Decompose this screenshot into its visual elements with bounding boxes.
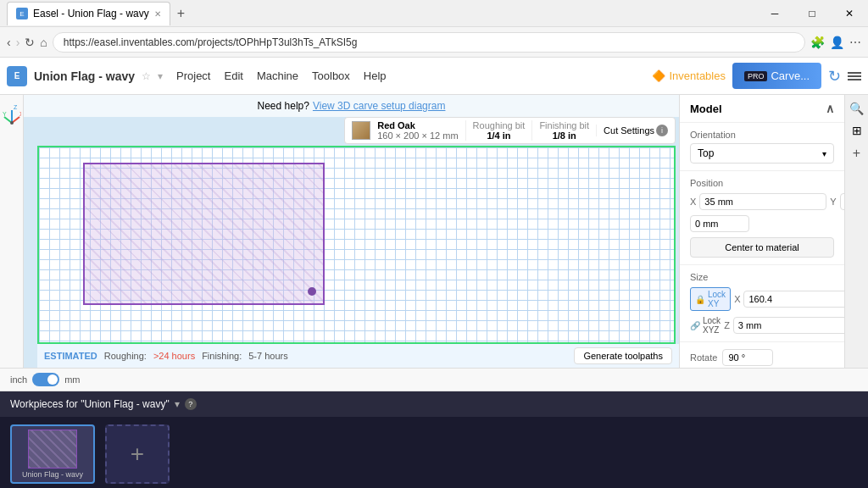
help-text: Need help? [258, 100, 309, 112]
cut-settings-info-icon: i [656, 125, 668, 136]
help-bar: Need help? View 3D carve setup diagram [24, 95, 679, 117]
cut-settings-button[interactable]: Cut Settings i [596, 125, 668, 136]
svg-point-3 [10, 121, 14, 125]
z-size-input[interactable] [733, 317, 844, 334]
workpiece-thumbnail [28, 430, 77, 469]
plus-icon[interactable]: + [853, 146, 860, 161]
forward-button[interactable]: › [16, 36, 20, 49]
minimize-button[interactable]: ─ [756, 0, 793, 27]
design-element[interactable] [83, 163, 325, 305]
position-section: Position X Y Z Center to material [680, 171, 844, 265]
title-chevron-icon[interactable]: ▾ [158, 70, 163, 82]
search-icon[interactable]: 🔍 [849, 102, 864, 115]
unit-toggle-switch[interactable] [32, 373, 59, 386]
finishing-label: Finishing: [202, 351, 242, 361]
address-bar[interactable]: https://easel.inventables.com/projects/t… [53, 32, 805, 53]
workpieces-header: Workpieces for "Union Flag - wavy" ▾ ? [0, 391, 868, 417]
material-bar: Red Oak 160 × 200 × 12 mm Roughing bit 1… [344, 117, 676, 144]
new-tab-button[interactable]: + [177, 6, 185, 21]
nav-edit[interactable]: Edit [224, 69, 242, 82]
size-section: Size 🔒 Lock XY X Y 🔗 Lock XYZ Z [680, 265, 844, 342]
panel-header: Model ∧ [680, 95, 844, 123]
rotate-section: Rotate [680, 342, 844, 368]
canvas-area: Need help? View 3D carve setup diagram R… [24, 95, 679, 368]
workpieces-dropdown-icon[interactable]: ▾ [175, 398, 180, 410]
nav-help[interactable]: Help [364, 69, 387, 82]
tab-favicon: E [16, 8, 28, 19]
nav-project[interactable]: Project [176, 69, 210, 82]
svg-text:X: X [19, 111, 21, 117]
workpieces-section: Union Flag - wavy + [0, 417, 868, 488]
profile-icon[interactable]: 👤 [830, 36, 844, 49]
x-position-input[interactable] [699, 193, 826, 210]
axis-indicator: X Y Z [3, 102, 21, 144]
generate-toolpaths-button[interactable]: Generate toolpaths [574, 347, 672, 364]
orientation-section: Orientation Top ▾ [680, 123, 844, 171]
rotate-input[interactable] [722, 349, 773, 366]
favorite-star-icon[interactable]: ☆ [142, 70, 151, 82]
menu-icon[interactable]: ⋯ [849, 36, 861, 49]
workpiece-item-1[interactable]: Union Flag - wavy [10, 424, 95, 484]
nav-menu: Project Edit Machine Toolbox Help [176, 69, 387, 82]
model-panel: Model ∧ Orientation Top ▾ Position X Y Z [679, 95, 844, 368]
z-position-input[interactable] [690, 215, 749, 232]
nav-toolbox[interactable]: Toolbox [312, 69, 350, 82]
window-controls: ─ □ ✕ [756, 0, 868, 27]
roughing-label: Roughing: [104, 351, 147, 361]
panel-collapse-button[interactable]: ∧ [826, 102, 834, 115]
center-point [308, 287, 316, 296]
inventables-logo: 🔶 Inventables [652, 69, 726, 82]
orientation-select[interactable]: Top ▾ [690, 143, 834, 164]
pro-badge: PRO [744, 71, 768, 81]
material-swatch [352, 121, 370, 140]
workpieces-help-icon[interactable]: ? [185, 398, 197, 410]
close-button[interactable]: ✕ [831, 0, 868, 27]
lock-xyz-icon: 🔗 [690, 321, 700, 330]
finishing-value: 5-7 hours [248, 351, 287, 361]
nav-machine[interactable]: Machine [257, 69, 298, 82]
roughing-value: >24 hours [153, 351, 195, 361]
far-right-sidebar: 🔍 ⊞ + [844, 95, 868, 368]
extensions-icon[interactable]: 🧩 [810, 36, 825, 49]
unit-toggle-group: inch mm [10, 373, 81, 386]
grid-canvas[interactable] [37, 146, 676, 344]
app-logo: E [7, 66, 27, 86]
mm-label: mm [64, 374, 80, 385]
x-size-input[interactable] [743, 291, 844, 308]
tab-close-icon[interactable]: ✕ [154, 9, 161, 19]
back-button[interactable]: ‹ [7, 36, 11, 49]
lock-icon: 🔒 [695, 295, 705, 304]
svg-text:Y: Y [3, 111, 7, 117]
center-to-material-button[interactable]: Center to material [690, 237, 834, 258]
inch-label: inch [10, 374, 27, 385]
svg-text:Z: Z [14, 104, 18, 110]
estimate-bar: ESTIMATED Roughing: >24 hours Finishing:… [37, 344, 679, 368]
workpieces-label: Workpieces for "Union Flag - wavy" [10, 398, 170, 410]
carve-button[interactable]: PRO Carve... [732, 63, 821, 89]
add-workpiece-button[interactable]: + [105, 424, 170, 484]
tab-title: Easel - Union Flag - wavy [33, 8, 149, 19]
view-diagram-link[interactable]: View 3D carve setup diagram [313, 100, 446, 112]
reload-button[interactable]: ↻ [25, 36, 35, 49]
refresh-icon[interactable]: ↻ [828, 67, 841, 86]
home-button[interactable]: ⌂ [40, 36, 47, 49]
microsoft-icon[interactable]: ⊞ [852, 124, 862, 137]
app-title: Union Flag - wavy [34, 69, 135, 83]
lock-xyz-chip[interactable]: 🔗 Lock XYZ [690, 316, 721, 335]
workpiece-1-label: Union Flag - wavy [22, 470, 83, 479]
right-quick-actions [848, 72, 861, 80]
orientation-chevron-icon: ▾ [822, 149, 826, 158]
lock-xy-chip[interactable]: 🔒 Lock XY [690, 287, 731, 311]
roughing-bit-info: Roughing bit 1/4 in [465, 120, 526, 141]
material-name: Red Oak 160 × 200 × 12 mm [377, 120, 458, 141]
maximize-button[interactable]: □ [793, 0, 831, 27]
left-sidebar: X Y Z [0, 95, 24, 368]
status-bar: inch mm [0, 368, 868, 391]
estimate-label: ESTIMATED [44, 351, 97, 361]
finishing-bit-info: Finishing bit 1/8 in [531, 120, 589, 141]
